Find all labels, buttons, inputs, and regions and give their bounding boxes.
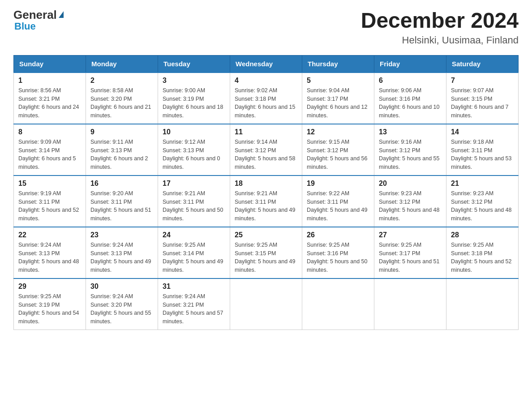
day-number: 10: [163, 128, 225, 136]
day-detail: Sunrise: 9:14 AMSunset: 3:12 PMDaylight:…: [235, 138, 297, 171]
logo-triangle-icon: [59, 11, 64, 18]
day-detail: Sunrise: 9:24 AMSunset: 3:13 PMDaylight:…: [90, 241, 153, 274]
day-detail: Sunrise: 9:25 AMSunset: 3:17 PMDaylight:…: [379, 241, 442, 274]
day-detail: Sunrise: 9:21 AMSunset: 3:11 PMDaylight:…: [163, 189, 225, 223]
calendar-cell: 20Sunrise: 9:23 AMSunset: 3:12 PMDayligh…: [374, 176, 446, 227]
day-detail: Sunrise: 9:22 AMSunset: 3:11 PMDaylight:…: [307, 189, 369, 223]
day-detail: Sunrise: 9:00 AMSunset: 3:19 PMDaylight:…: [163, 86, 225, 120]
day-number: 14: [451, 128, 514, 136]
day-number: 31: [163, 283, 225, 291]
calendar-cell: 27Sunrise: 9:25 AMSunset: 3:17 PMDayligh…: [374, 227, 446, 278]
day-detail: Sunrise: 9:25 AMSunset: 3:19 PMDaylight:…: [18, 292, 81, 326]
day-number: 27: [379, 231, 442, 239]
day-detail: Sunrise: 9:18 AMSunset: 3:11 PMDaylight:…: [451, 138, 514, 171]
calendar-cell: 5Sunrise: 9:04 AMSunset: 3:17 PMDaylight…: [302, 73, 374, 124]
calendar-cell: 7Sunrise: 9:07 AMSunset: 3:15 PMDaylight…: [446, 73, 519, 124]
day-number: 7: [451, 77, 514, 85]
day-detail: Sunrise: 9:24 AMSunset: 3:13 PMDaylight:…: [18, 241, 81, 274]
day-detail: Sunrise: 9:06 AMSunset: 3:16 PMDaylight:…: [379, 86, 442, 120]
day-number: 20: [379, 180, 442, 188]
day-detail: Sunrise: 9:02 AMSunset: 3:18 PMDaylight:…: [235, 86, 297, 120]
day-number: 1: [18, 77, 81, 85]
day-number: 2: [90, 77, 153, 85]
day-of-week-header: Saturday: [446, 55, 519, 73]
day-number: 26: [307, 231, 369, 239]
day-number: 9: [90, 128, 153, 136]
calendar-cell: 12Sunrise: 9:15 AMSunset: 3:12 PMDayligh…: [302, 124, 374, 176]
calendar-cell: 19Sunrise: 9:22 AMSunset: 3:11 PMDayligh…: [302, 176, 374, 227]
day-detail: Sunrise: 9:07 AMSunset: 3:15 PMDaylight:…: [451, 86, 514, 120]
day-of-week-header: Friday: [374, 55, 446, 73]
calendar-cell: 23Sunrise: 9:24 AMSunset: 3:13 PMDayligh…: [86, 227, 158, 278]
day-number: 21: [451, 180, 514, 188]
calendar-cell: 1Sunrise: 8:56 AMSunset: 3:21 PMDaylight…: [14, 73, 86, 124]
day-of-week-header: Monday: [86, 55, 158, 73]
page-header: General Blue December 2024 Helsinki, Uus…: [13, 9, 519, 46]
calendar-cell: 21Sunrise: 9:23 AMSunset: 3:12 PMDayligh…: [446, 176, 519, 227]
day-detail: Sunrise: 9:24 AMSunset: 3:20 PMDaylight:…: [90, 292, 153, 326]
day-number: 22: [18, 231, 81, 239]
day-detail: Sunrise: 9:21 AMSunset: 3:11 PMDaylight:…: [235, 189, 297, 223]
calendar-cell: 11Sunrise: 9:14 AMSunset: 3:12 PMDayligh…: [230, 124, 302, 176]
day-detail: Sunrise: 9:15 AMSunset: 3:12 PMDaylight:…: [307, 138, 369, 171]
calendar-table: SundayMondayTuesdayWednesdayThursdayFrid…: [13, 55, 519, 330]
location-subtitle: Helsinki, Uusimaa, Finland: [361, 34, 519, 46]
day-detail: Sunrise: 9:11 AMSunset: 3:13 PMDaylight:…: [90, 138, 153, 171]
day-number: 19: [307, 180, 369, 188]
day-number: 12: [307, 128, 369, 136]
day-number: 5: [307, 77, 369, 85]
calendar-cell: 28Sunrise: 9:25 AMSunset: 3:18 PMDayligh…: [446, 227, 519, 278]
calendar-cell: [302, 278, 374, 330]
day-detail: Sunrise: 9:25 AMSunset: 3:16 PMDaylight:…: [307, 241, 369, 274]
calendar-cell: 16Sunrise: 9:20 AMSunset: 3:11 PMDayligh…: [86, 176, 158, 227]
calendar-cell: 10Sunrise: 9:12 AMSunset: 3:13 PMDayligh…: [158, 124, 230, 176]
day-number: 18: [235, 180, 297, 188]
calendar-cell: 25Sunrise: 9:25 AMSunset: 3:15 PMDayligh…: [230, 227, 302, 278]
calendar-cell: 4Sunrise: 9:02 AMSunset: 3:18 PMDaylight…: [230, 73, 302, 124]
day-number: 28: [451, 231, 514, 239]
calendar-header-row: SundayMondayTuesdayWednesdayThursdayFrid…: [14, 55, 519, 73]
day-number: 4: [235, 77, 297, 85]
calendar-cell: 29Sunrise: 9:25 AMSunset: 3:19 PMDayligh…: [14, 278, 86, 330]
calendar-week-row: 22Sunrise: 9:24 AMSunset: 3:13 PMDayligh…: [14, 227, 519, 278]
day-number: 15: [18, 180, 81, 188]
calendar-cell: 15Sunrise: 9:19 AMSunset: 3:11 PMDayligh…: [14, 176, 86, 227]
calendar-cell: 31Sunrise: 9:24 AMSunset: 3:21 PMDayligh…: [158, 278, 230, 330]
day-of-week-header: Tuesday: [158, 55, 230, 73]
calendar-cell: 13Sunrise: 9:16 AMSunset: 3:12 PMDayligh…: [374, 124, 446, 176]
day-detail: Sunrise: 9:25 AMSunset: 3:15 PMDaylight:…: [235, 241, 297, 274]
calendar-cell: [230, 278, 302, 330]
day-number: 17: [163, 180, 225, 188]
day-number: 29: [18, 283, 81, 291]
calendar-cell: 22Sunrise: 9:24 AMSunset: 3:13 PMDayligh…: [14, 227, 86, 278]
day-number: 25: [235, 231, 297, 239]
calendar-cell: [374, 278, 446, 330]
logo: General Blue: [13, 9, 64, 32]
month-year-title: December 2024: [361, 9, 519, 33]
day-detail: Sunrise: 9:23 AMSunset: 3:12 PMDaylight:…: [379, 189, 442, 223]
logo-general-text: General: [13, 9, 57, 21]
calendar-week-row: 29Sunrise: 9:25 AMSunset: 3:19 PMDayligh…: [14, 278, 519, 330]
calendar-week-row: 15Sunrise: 9:19 AMSunset: 3:11 PMDayligh…: [14, 176, 519, 227]
calendar-cell: 26Sunrise: 9:25 AMSunset: 3:16 PMDayligh…: [302, 227, 374, 278]
day-detail: Sunrise: 9:16 AMSunset: 3:12 PMDaylight:…: [379, 138, 442, 171]
day-detail: Sunrise: 8:58 AMSunset: 3:20 PMDaylight:…: [90, 86, 153, 120]
day-detail: Sunrise: 9:04 AMSunset: 3:17 PMDaylight:…: [307, 86, 369, 120]
calendar-cell: 30Sunrise: 9:24 AMSunset: 3:20 PMDayligh…: [86, 278, 158, 330]
calendar-cell: 18Sunrise: 9:21 AMSunset: 3:11 PMDayligh…: [230, 176, 302, 227]
day-detail: Sunrise: 9:19 AMSunset: 3:11 PMDaylight:…: [18, 189, 81, 223]
day-detail: Sunrise: 9:09 AMSunset: 3:14 PMDaylight:…: [18, 138, 81, 171]
day-number: 23: [90, 231, 153, 239]
title-area: December 2024 Helsinki, Uusimaa, Finland: [361, 9, 519, 46]
day-number: 3: [163, 77, 225, 85]
calendar-cell: 24Sunrise: 9:25 AMSunset: 3:14 PMDayligh…: [158, 227, 230, 278]
day-number: 6: [379, 77, 442, 85]
day-detail: Sunrise: 9:24 AMSunset: 3:21 PMDaylight:…: [163, 292, 225, 326]
calendar-week-row: 8Sunrise: 9:09 AMSunset: 3:14 PMDaylight…: [14, 124, 519, 176]
day-detail: Sunrise: 8:56 AMSunset: 3:21 PMDaylight:…: [18, 86, 81, 120]
day-number: 16: [90, 180, 153, 188]
calendar-cell: 2Sunrise: 8:58 AMSunset: 3:20 PMDaylight…: [86, 73, 158, 124]
day-detail: Sunrise: 9:20 AMSunset: 3:11 PMDaylight:…: [90, 189, 153, 223]
calendar-cell: [446, 278, 519, 330]
calendar-cell: 6Sunrise: 9:06 AMSunset: 3:16 PMDaylight…: [374, 73, 446, 124]
